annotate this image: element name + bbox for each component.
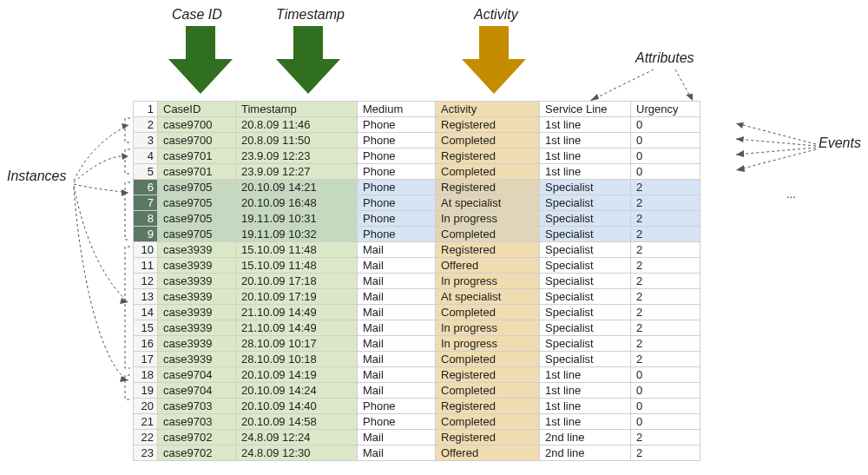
table-row: 12case393920.10.09 17:18MailIn progressS… xyxy=(134,274,700,289)
cell-service: 1st line xyxy=(540,164,631,180)
cell-activity: Offered xyxy=(436,445,540,461)
cell-urgency: 2 xyxy=(631,352,700,367)
cell-case: case9704 xyxy=(158,383,236,399)
cell-timestamp: 21.10.09 14:49 xyxy=(236,305,358,320)
cell-service: Specialist xyxy=(540,211,631,227)
col-activity: Activity xyxy=(436,102,540,117)
svg-marker-12 xyxy=(736,136,744,142)
arrow-case-id-icon xyxy=(168,26,233,98)
cell-urgency: 0 xyxy=(631,117,700,133)
cell-case: case9705 xyxy=(158,211,236,227)
cell-medium: Mail xyxy=(358,367,436,383)
table-row: 14case393921.10.09 14:49MailCompletedSpe… xyxy=(134,305,700,320)
cell-service: 1st line xyxy=(540,148,631,164)
cell-urgency: 2 xyxy=(631,211,700,227)
cell-activity: Completed xyxy=(436,227,540,242)
cell-medium: Mail xyxy=(358,274,436,289)
cell-urgency: 0 xyxy=(631,383,700,399)
cell-medium: Mail xyxy=(358,320,436,336)
col-medium: Medium xyxy=(358,102,436,117)
cell-case: case9700 xyxy=(158,117,236,133)
cell-urgency: 0 xyxy=(631,148,700,164)
cell-case: case3939 xyxy=(158,320,236,336)
cell-activity: In progress xyxy=(436,320,540,336)
cell-case: case9704 xyxy=(158,367,236,383)
rownum: 20 xyxy=(134,399,158,414)
rownum: 23 xyxy=(134,445,158,461)
cell-activity: Offered xyxy=(436,258,540,274)
cell-timestamp: 20.8.09 11:46 xyxy=(236,117,358,133)
cell-case: case3939 xyxy=(158,336,236,352)
cell-case: case3939 xyxy=(158,352,236,367)
table-row: 10case393915.10.09 11:48MailRegisteredSp… xyxy=(134,242,700,258)
cell-timestamp: 28.10.09 10:17 xyxy=(236,336,358,352)
rownum: 19 xyxy=(134,383,158,399)
cell-timestamp: 23.9.09 12:23 xyxy=(236,148,358,164)
cell-case: case9705 xyxy=(158,227,236,242)
event-log-table: 1CaseIDTimestampMediumActivityService Li… xyxy=(133,101,700,461)
cell-timestamp: 23.9.09 12:27 xyxy=(236,164,358,180)
cell-activity: In progress xyxy=(436,336,540,352)
table-row: 5case970123.9.09 12:27PhoneCompleted1st … xyxy=(134,164,700,180)
cell-timestamp: 20.10.09 17:18 xyxy=(236,274,358,289)
rownum: 22 xyxy=(134,430,158,445)
cell-service: Specialist xyxy=(540,320,631,336)
rownum: 15 xyxy=(134,320,158,336)
svg-line-15 xyxy=(736,149,816,170)
cell-activity: At specialist xyxy=(436,289,540,305)
table-row: 4case970123.9.09 12:23PhoneRegistered1st… xyxy=(134,148,700,164)
cell-service: 1st line xyxy=(540,399,631,414)
cell-medium: Mail xyxy=(358,258,436,274)
rownum: 21 xyxy=(134,414,158,430)
rownum: 14 xyxy=(134,305,158,320)
label-attributes: Attributes xyxy=(635,50,694,66)
cell-timestamp: 21.10.09 14:49 xyxy=(236,320,358,336)
cell-case: case3939 xyxy=(158,305,236,320)
table-row: 13case393920.10.09 17:19MailAt specialis… xyxy=(134,289,700,305)
table-row: 21case970320.10.09 14:58PhoneCompleted1s… xyxy=(134,414,700,430)
rownum: 2 xyxy=(134,117,158,133)
cell-medium: Phone xyxy=(358,148,436,164)
cell-activity: Completed xyxy=(436,383,540,399)
svg-marker-7 xyxy=(120,298,128,304)
cell-medium: Phone xyxy=(358,180,436,195)
cell-activity: In progress xyxy=(436,211,540,227)
rownum: 6 xyxy=(134,180,158,195)
cell-service: 1st line xyxy=(540,414,631,430)
label-instances: Instances xyxy=(7,168,66,184)
cell-service: Specialist xyxy=(540,289,631,305)
cell-urgency: 2 xyxy=(631,430,700,445)
cell-urgency: 2 xyxy=(631,274,700,289)
cell-urgency: 2 xyxy=(631,195,700,211)
svg-line-13 xyxy=(736,148,816,155)
svg-marker-14 xyxy=(736,150,744,157)
cell-timestamp: 19.11.09 10:31 xyxy=(236,211,358,227)
cell-timestamp: 20.10.09 14:40 xyxy=(236,399,358,414)
col-case: CaseID xyxy=(158,102,236,117)
cell-medium: Mail xyxy=(358,383,436,399)
cell-urgency: 0 xyxy=(631,399,700,414)
cell-medium: Mail xyxy=(358,305,436,320)
col-service-line: Service Line xyxy=(540,102,631,117)
cell-timestamp: 24.8.09 12:24 xyxy=(236,430,358,445)
svg-marker-10 xyxy=(736,122,744,129)
cell-service: 1st line xyxy=(540,133,631,148)
cell-case: case9701 xyxy=(158,164,236,180)
table-row: 16case393928.10.09 10:17MailIn progressS… xyxy=(134,336,700,352)
rownum: 11 xyxy=(134,258,158,274)
cell-activity: Registered xyxy=(436,180,540,195)
cell-timestamp: 20.10.09 14:58 xyxy=(236,414,358,430)
cell-timestamp: 15.10.09 11:48 xyxy=(236,242,358,258)
cell-urgency: 2 xyxy=(631,242,700,258)
cell-urgency: 2 xyxy=(631,336,700,352)
cell-service: 1st line xyxy=(540,117,631,133)
table-row: 3case970020.8.09 11:50PhoneCompleted1st … xyxy=(134,133,700,148)
cell-service: Specialist xyxy=(540,274,631,289)
cell-medium: Mail xyxy=(358,430,436,445)
rownum: 8 xyxy=(134,211,158,227)
cell-activity: Registered xyxy=(436,148,540,164)
table-row: 22case970224.8.09 12:24MailRegistered2nd… xyxy=(134,430,700,445)
cell-urgency: 0 xyxy=(631,133,700,148)
cell-case: case9702 xyxy=(158,445,236,461)
table-row: 11case393915.10.09 11:48MailOfferedSpeci… xyxy=(134,258,700,274)
